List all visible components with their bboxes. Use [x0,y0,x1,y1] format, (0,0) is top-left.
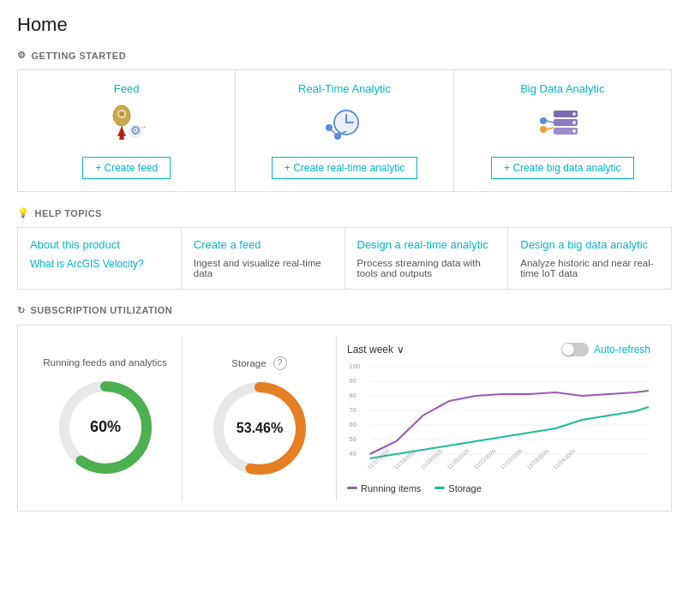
svg-text:60: 60 [349,421,356,428]
svg-point-19 [572,112,576,116]
gs-cards-row: Feed ⚙ → [18,70,671,191]
create-realtime-button[interactable]: + Create real-time analytic [272,157,417,179]
svg-text:11/22/2020: 11/22/2020 [499,447,524,469]
help-topics-header: 💡 HELP TOPICS [17,207,672,218]
running-feeds-label: Running feeds and analytics [43,357,167,368]
svg-text:100: 100 [349,362,360,370]
ht-card-feed-sub: Ingest and visualize real-time data [194,258,333,278]
subscription-body: Running feeds and analytics 60% Storage … [17,325,672,511]
ht-card-bigdata-sub: Analyze historic and near real-time IoT … [520,258,659,278]
subscription-icon: ↻ [17,305,26,316]
gs-card-bigdata: Big Data Analytic [454,70,671,191]
chart-legend: Running items Storage [347,483,650,493]
chart-header: Last week ∨ Auto-refresh [347,343,650,356]
ht-card-bigdata: Design a big data analytic Analyze histo… [508,228,671,289]
chevron-down-icon: ∨ [397,344,404,356]
storage-area: Storage ? 53.46% [183,336,337,500]
line-chart-svg: 100 90 80 70 60 50 40 [347,360,650,480]
svg-text:→: → [139,122,147,131]
storage-info-icon[interactable]: ? [273,356,287,370]
chart-period-selector[interactable]: Last week ∨ [347,344,404,356]
page-container: Home ⚙ GETTING STARTED Feed [0,0,689,525]
svg-text:11/21/2020: 11/21/2020 [472,447,497,469]
bigdata-icon [536,104,588,147]
svg-text:11/20/2020: 11/20/2020 [446,447,470,469]
getting-started-cards: Feed ⚙ → [17,69,672,192]
svg-text:53.46%: 53.46% [236,421,282,435]
legend-running-items: Running items [347,483,421,493]
gs-card-realtime-title: Real-Time Analytic [246,82,442,95]
autorefresh-label: Auto-refresh [594,344,650,356]
svg-text:11/19/2020: 11/19/2020 [419,447,444,469]
sub-body-row: Running feeds and analytics 60% Storage … [18,326,671,511]
svg-point-4 [119,111,124,117]
ht-card-about-title[interactable]: About this product [30,238,169,253]
ht-card-feed-title[interactable]: Create a feed [194,238,333,253]
help-topics-cards: About this product What is ArcGIS Veloci… [17,227,672,290]
legend-storage-dot [434,487,445,489]
svg-point-20 [572,121,576,124]
running-feeds-donut: 60% [54,376,157,479]
svg-point-22 [540,117,547,124]
svg-text:40: 40 [349,450,356,458]
ht-card-about-link[interactable]: What is ArcGIS Velocity? [30,258,169,270]
getting-started-label: GETTING STARTED [32,51,127,61]
feed-icon: ⚙ → [101,104,153,147]
period-label: Last week [347,344,393,356]
svg-text:90: 90 [349,377,356,385]
ht-card-realtime-title[interactable]: Design a real-time analytic [357,238,496,253]
svg-text:60%: 60% [89,418,120,435]
gs-card-bigdata-title: Big Data Analytic [464,82,661,95]
getting-started-section: ⚙ GETTING STARTED Feed [17,50,672,192]
chart-autorefresh: Auto-refresh [561,343,650,356]
ht-card-bigdata-title[interactable]: Design a big data analytic [520,238,659,253]
svg-text:50: 50 [349,435,356,443]
autorefresh-toggle[interactable] [561,343,589,356]
svg-point-23 [540,126,547,133]
gs-card-feed-title: Feed [28,82,225,95]
ht-card-realtime-sub: Process streaming data with tools and ou… [357,258,496,278]
svg-text:11/24/2020: 11/24/2020 [552,447,577,469]
svg-text:11/18/2020: 11/18/2020 [392,447,417,469]
ht-card-realtime: Design a real-time analytic Process stre… [345,228,509,289]
running-feeds-area: Running feeds and analytics 60% [28,336,183,500]
storage-donut: 53.46% [208,377,311,480]
ht-cards-row: About this product What is ArcGIS Veloci… [18,228,671,289]
help-topics-section: 💡 HELP TOPICS About this product What is… [17,207,672,290]
create-bigdata-button[interactable]: + Create big data analytic [491,157,633,179]
legend-storage: Storage [434,483,482,493]
line-chart-container: 100 90 80 70 60 50 40 [347,360,650,480]
gs-card-realtime: Real-Time Analytic [236,70,453,191]
gs-card-feed: Feed ⚙ → [18,70,236,191]
help-topics-icon: 💡 [17,207,30,218]
getting-started-header: ⚙ GETTING STARTED [17,50,672,61]
getting-started-icon: ⚙ [17,50,27,61]
svg-point-21 [572,129,576,133]
svg-text:70: 70 [349,406,356,414]
create-feed-button[interactable]: + Create feed [82,157,171,179]
subscription-section: ↻ SUBSCRIPTION UTILIZATION Running feeds… [17,305,672,511]
legend-running-label: Running items [361,483,421,493]
realtime-icon [319,104,370,147]
help-topics-label: HELP TOPICS [35,208,102,218]
chart-area: Last week ∨ Auto-refresh [337,336,661,500]
svg-line-24 [547,121,554,123]
storage-label: Storage [231,358,266,368]
ht-card-about: About this product What is ArcGIS Veloci… [18,228,182,289]
svg-line-25 [547,128,554,129]
legend-storage-label: Storage [448,483,482,493]
subscription-header: ↻ SUBSCRIPTION UTILIZATION [17,305,672,316]
legend-running-dot [347,487,357,489]
page-title: Home [17,14,672,36]
svg-text:80: 80 [349,392,356,399]
svg-text:11/17/2020: 11/17/2020 [366,447,391,469]
svg-text:11/23/2020: 11/23/2020 [525,447,550,469]
subscription-label: SUBSCRIPTION UTILIZATION [31,305,173,315]
ht-card-feed: Create a feed Ingest and visualize real-… [182,228,345,289]
toggle-knob [562,344,574,356]
storage-label-row: Storage ? [231,356,286,370]
